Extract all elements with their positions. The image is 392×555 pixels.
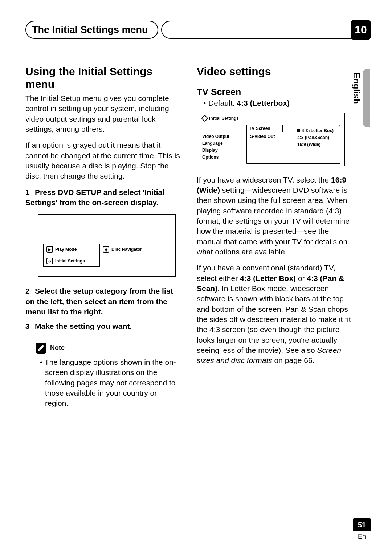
osd2-value-43lb: 4:3 (Letter Box) (297, 127, 334, 134)
osd2-item-list: S-Video Out (250, 133, 275, 140)
note-heading-row: Note (36, 343, 181, 354)
osd2-category-list: Video Output Language Display Options (202, 133, 229, 161)
osd2-cat-video-output: Video Output (202, 133, 229, 140)
default-value: 4:3 (Letterbox) (237, 99, 290, 107)
osd2-cat-language: Language (202, 140, 229, 147)
step-2: 2Select the setup category from the list… (25, 286, 181, 317)
chapter-number-badge: 10 (351, 20, 371, 40)
initial-settings-icon: ◇ (46, 258, 53, 264)
tv-screen-paragraph-1: If you have a widescreen TV, select the … (197, 175, 353, 257)
chapter-title: The Initial Settings menu (32, 24, 148, 36)
osd2-value-list: 4:3 (Letter Box) 4:3 (Pan&Scan) 16:9 (Wi… (297, 127, 334, 148)
osd2-value-43ps: 4:3 (Pan&Scan) (297, 134, 334, 141)
note-body: • The language options shown in the on-s… (40, 357, 181, 409)
page-number-badge: 51 (353, 518, 371, 531)
settings-diamond-icon (201, 115, 208, 122)
osd2-active-tab: TV Screen (246, 125, 283, 132)
chapter-title-pill: The Initial Settings menu (25, 21, 158, 39)
disc-navigator-icon: ◉ (103, 246, 109, 253)
osd2-title-row: Initial Settings (202, 116, 239, 121)
chapter-number-pill: 10 (161, 21, 370, 39)
section-heading-using-initial-settings: Using the Initial Settings menu (25, 65, 181, 90)
default-prefix: Default: (208, 99, 237, 107)
step-2-text: Select the setup category from the list … (25, 287, 173, 316)
intro-paragraph-2: If an option is grayed out it means that… (25, 140, 181, 181)
selected-marker-icon (297, 129, 300, 132)
osd-play-mode-button: ▶Play Mode (43, 244, 100, 255)
default-setting-line: •Default: 4:3 (Letterbox) (203, 99, 353, 107)
osd2-cat-options: Options (202, 154, 229, 161)
step-3: 3Make the setting you want. (25, 321, 181, 331)
footer-language-code: En (353, 533, 371, 540)
osd2-cat-display: Display (202, 147, 229, 154)
language-side-label: English (351, 73, 362, 104)
page-header: The Initial Settings menu 10 (25, 20, 370, 40)
osd-disc-navigator-button: ◉Disc Navigator (99, 244, 156, 255)
osd-screenshot-tv-screen: Initial Settings TV Screen Video Output … (197, 113, 345, 166)
osd2-item-svideo: S-Video Out (250, 133, 275, 140)
left-column: Using the Initial Settings menu The Init… (25, 65, 181, 409)
play-mode-icon: ▶ (46, 246, 53, 253)
intro-paragraph-1: The Initial Setup menu gives you complet… (25, 93, 181, 134)
step-3-text: Make the setting you want. (35, 322, 132, 330)
step-1-number: 1 (25, 187, 35, 197)
osd-screenshot-menu: ▶Play Mode ◉Disc Navigator ◇Initial Sett… (38, 214, 176, 277)
note-icon (36, 343, 46, 354)
section-heading-video-settings: Video settings (197, 65, 353, 78)
page-footer: 51 En (353, 518, 371, 540)
step-3-number: 3 (25, 321, 35, 331)
language-side-tab (363, 69, 370, 127)
note-label: Note (50, 344, 65, 352)
tv-screen-paragraph-2: If you have a conventional (standard) TV… (197, 263, 353, 366)
subsection-heading-tv-screen: TV Screen (197, 87, 353, 97)
step-2-number: 2 (25, 286, 35, 296)
step-1: 1Press DVD SETUP and select 'Initial Set… (25, 187, 181, 208)
osd-initial-settings-button: ◇Initial Settings (43, 255, 100, 267)
step-1-text: Press DVD SETUP and select 'Initial Sett… (25, 188, 164, 207)
right-column: Video settings TV Screen •Default: 4:3 (… (197, 65, 353, 409)
osd2-value-169: 16:9 (Wide) (297, 141, 334, 148)
